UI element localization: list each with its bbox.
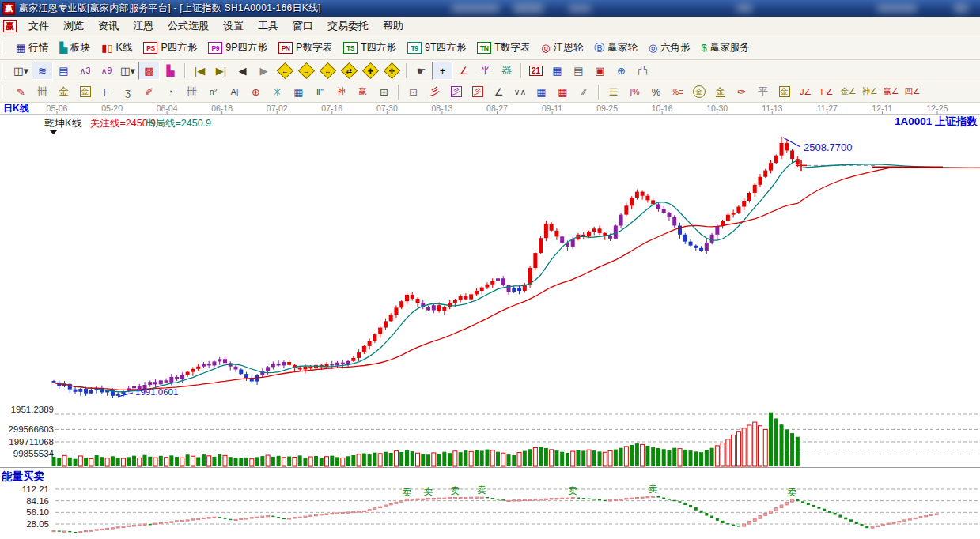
gold-angle-tool[interactable]: 金∠ [838, 83, 859, 101]
detail-list-button[interactable]: ▤ [53, 62, 74, 80]
hexagon-button[interactable]: ◎六角形 [643, 40, 696, 56]
zoom-in-diamond-button[interactable]: ✚ [360, 62, 381, 80]
notepad-button[interactable]: ▤ [568, 62, 589, 80]
purple-fan-box-tool[interactable]: 彡 [445, 83, 467, 101]
angle-a-tool[interactable]: A| [224, 83, 245, 101]
calendar-button[interactable]: 21 [525, 62, 547, 80]
ying-box-tool[interactable]: 赢 [352, 83, 373, 101]
star-web-tool[interactable]: ✳ [267, 83, 288, 101]
p-square-button[interactable]: PSP四方形 [138, 40, 202, 56]
web-button[interactable]: ⊕ [611, 62, 632, 80]
circle-cross-tool[interactable]: ⊕ [245, 83, 267, 101]
volume-bar [608, 450, 612, 466]
f-angle-tool[interactable]: F∠ [816, 83, 838, 101]
compress-diamond-button[interactable]: ⇄ [339, 62, 360, 80]
brush-tool[interactable]: ✑ [731, 83, 752, 101]
gold-split-tool[interactable]: 金 [53, 83, 74, 101]
next-page-button[interactable]: ▶ [253, 62, 274, 80]
menu-item-2[interactable]: 资讯 [91, 17, 126, 35]
wave-check-tool[interactable]: ∨∧ [509, 83, 531, 101]
red-fan-tool[interactable]: 彡 [424, 83, 445, 101]
candle-type-button[interactable]: ◫▾ [117, 62, 138, 80]
t-number-table-button[interactable]: TNT数字表 [471, 40, 535, 56]
gold-line-tool[interactable]: 金 [709, 83, 731, 101]
gold-split2-tool[interactable]: 金 [74, 83, 96, 101]
zoom-out-diamond-button[interactable]: ✜ [381, 62, 403, 80]
menu-item-0[interactable]: 文件 [21, 17, 56, 35]
f-lines-tool[interactable]: F [96, 83, 117, 101]
menu-item-1[interactable]: 浏览 [56, 17, 91, 35]
indicator-bar [437, 498, 441, 499]
time-circle-tool[interactable]: ◔ [160, 83, 181, 101]
winner-wheel-button[interactable]: Ⓑ赢家轮 [588, 40, 643, 56]
price-ladder-tool[interactable]: ☰ [603, 83, 624, 101]
save-button[interactable]: ▣ [589, 62, 611, 80]
wave-avg-tool[interactable]: 平 [752, 83, 774, 101]
si-angle-tool[interactable]: 四∠ [902, 83, 923, 101]
angle-fan-tool[interactable]: ∠ [488, 83, 509, 101]
menu-item-6[interactable]: 工具 [251, 17, 286, 35]
shen-angle-tool[interactable]: 神∠ [859, 83, 880, 101]
histogram-button[interactable]: ▙ [160, 62, 181, 80]
percent-tool[interactable]: % [645, 83, 667, 101]
p-number-table-button[interactable]: PNP数字表 [273, 40, 338, 56]
ying-angle-tool[interactable]: 赢∠ [880, 83, 902, 101]
gold-box2-tool[interactable]: 金 [774, 83, 795, 101]
crosshair-button[interactable]: + [432, 62, 453, 80]
blue-grid-tool[interactable]: ▦ [531, 83, 552, 101]
prev-page-button[interactable]: ◀ [232, 62, 253, 80]
gann-box-button[interactable]: 器 [496, 62, 517, 80]
volume-bar [320, 458, 324, 466]
grid-lines-tool[interactable]: 卌 [32, 83, 53, 101]
winner-service-button[interactable]: $赢家服务 [696, 40, 755, 56]
grid-123-tool[interactable]: ⊞ [373, 83, 395, 101]
first-page-button[interactable]: |◀ [189, 62, 210, 80]
red-grid-tool[interactable]: ▦ [552, 83, 573, 101]
9p-square-button[interactable]: P99P四方形 [202, 40, 273, 56]
n-square-tool[interactable]: n² [202, 83, 224, 101]
zigzag-overlay-button[interactable]: ≋ [32, 62, 53, 80]
last-page-button[interactable]: ▶| [210, 62, 232, 80]
menu-item-7[interactable]: 窗口 [286, 17, 320, 35]
roman-count-tool[interactable]: Ⅱ″ [309, 83, 331, 101]
wave-9-button[interactable]: ∧9 [96, 62, 117, 80]
kline-button[interactable]: ▮▯K线 [96, 40, 138, 56]
expand-diamond-button[interactable]: ↔ [317, 62, 339, 80]
pan-hand-button[interactable]: ☛ [411, 62, 432, 80]
shift-right-diamond-button[interactable]: → [296, 62, 317, 80]
print-button[interactable]: 凸 [632, 62, 653, 80]
pattern-overlay-button[interactable]: ▩ [138, 62, 160, 80]
calculator-button[interactable]: ▦ [547, 62, 568, 80]
trendline-button[interactable]: ∠ [453, 62, 475, 80]
percent-levels-tool[interactable]: %≡ [667, 83, 688, 101]
9t-square-button[interactable]: T99T四方形 [402, 40, 471, 56]
gold-circle-tool[interactable]: 金 [688, 83, 709, 101]
j-angle-tool[interactable]: J∠ [795, 83, 816, 101]
gann-grid-button[interactable]: 平 [475, 62, 496, 80]
red-marker-tool[interactable]: ✐ [138, 83, 160, 101]
gann-wheel-button[interactable]: ◎江恩轮 [535, 40, 588, 56]
red-pen-tool[interactable]: ✎ [10, 83, 32, 101]
period-selector-button[interactable]: ◫▾ [10, 62, 32, 80]
volume-bar [250, 459, 254, 466]
wave-3-button[interactable]: ∧3 [74, 62, 96, 80]
t-square-button[interactable]: TST四方形 [338, 40, 402, 56]
menu-item-9[interactable]: 帮助 [376, 17, 411, 35]
spiral-tool[interactable]: ʒ [117, 83, 138, 101]
menu-item-5[interactable]: 设置 [216, 17, 251, 35]
hash-tool[interactable]: 卌 [181, 83, 202, 101]
red-fan-box-tool[interactable]: 彡 [467, 83, 488, 101]
shift-left-diamond-button[interactable]: ← [274, 62, 296, 80]
chart-canvas[interactable]: 05-0605-2006-0406-1807-0207-1607-3008-13… [0, 103, 980, 539]
box-corner-tool[interactable]: ⊡ [403, 83, 424, 101]
sectors-button[interactable]: ▙板块 [54, 40, 96, 56]
square-web-tool[interactable]: ▦ [288, 83, 309, 101]
menu-item-8[interactable]: 交易委托 [320, 17, 376, 35]
parallel-lines-tool[interactable]: ∕∕ [573, 83, 595, 101]
indicator-bar [352, 511, 355, 512]
menu-item-3[interactable]: 江恩 [126, 17, 161, 35]
shen-lines-tool[interactable]: 神 [331, 83, 352, 101]
quotes-button[interactable]: ▦行情 [10, 40, 54, 56]
percent-line-tool[interactable]: |% [624, 83, 645, 101]
menu-item-4[interactable]: 公式选股 [161, 17, 216, 35]
